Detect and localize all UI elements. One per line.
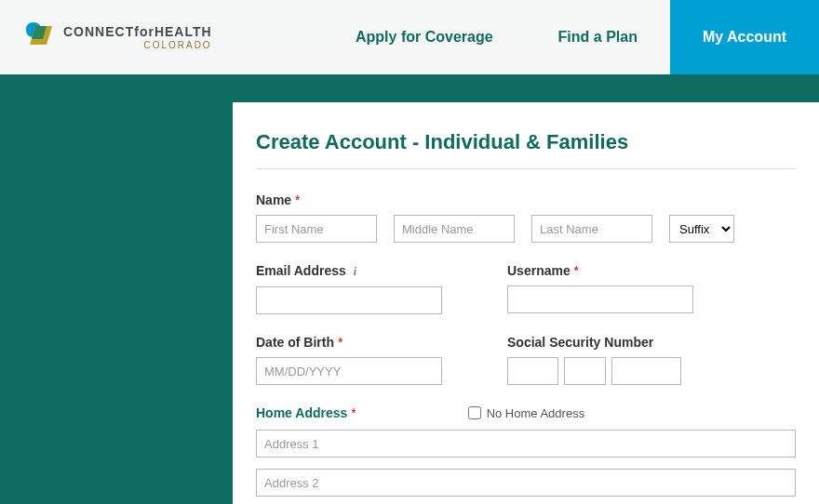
required-mark: *: [338, 335, 342, 350]
page-title: Create Account - Individual & Families: [256, 130, 796, 154]
required-mark: *: [295, 192, 300, 207]
ssn-input-3[interactable]: [611, 357, 681, 385]
ssn-label: Social Security Number: [507, 335, 681, 350]
nav-apply-coverage[interactable]: Apply for Coverage: [323, 0, 526, 74]
address1-input[interactable]: [256, 430, 796, 458]
address2-input[interactable]: [256, 469, 796, 497]
last-name-input[interactable]: [531, 215, 652, 243]
name-section: Name * Suffix: [256, 192, 796, 243]
nav-find-plan[interactable]: Find a Plan: [526, 0, 670, 74]
main-area: Create Account - Individual & Families N…: [0, 102, 819, 504]
first-name-input[interactable]: [256, 215, 377, 243]
home-address-label: Home Address *: [256, 405, 356, 420]
ssn-input-1[interactable]: [507, 357, 558, 385]
teal-bar: [0, 74, 819, 102]
suffix-select[interactable]: Suffix: [669, 215, 734, 243]
dob-input[interactable]: [256, 357, 442, 385]
dob-ssn-row: Date of Birth * Social Security Number: [256, 335, 796, 385]
email-username-row: Email Address i Username *: [256, 263, 796, 314]
logo-sub-text: COLORADO: [63, 41, 212, 50]
username-group: Username *: [507, 263, 693, 314]
logo-connect-text: CONNECT: [63, 24, 134, 39]
logo-for-text: for: [134, 24, 154, 39]
nav-my-account[interactable]: My Account: [670, 0, 819, 74]
required-mark: *: [574, 263, 579, 278]
home-address-header: Home Address * No Home Address: [256, 405, 796, 420]
ssn-input-2[interactable]: [564, 357, 606, 385]
username-label: Username *: [507, 263, 693, 278]
header: CONNECTforHEALTH COLORADO Apply for Cove…: [0, 0, 819, 74]
logo-icon: [19, 19, 56, 56]
info-icon[interactable]: i: [354, 265, 356, 278]
divider: [256, 168, 796, 169]
no-home-address-wrap[interactable]: No Home Address: [468, 406, 585, 420]
no-home-address-checkbox[interactable]: [468, 406, 481, 419]
email-group: Email Address i: [256, 263, 442, 314]
username-input[interactable]: [507, 285, 693, 313]
logo-text: CONNECTforHEALTH COLORADO: [63, 24, 212, 50]
logo-health-text: HEALTH: [154, 24, 212, 39]
no-home-address-label: No Home Address: [487, 406, 585, 420]
sidebar: [0, 102, 233, 504]
middle-name-input[interactable]: [394, 215, 515, 243]
email-label: Email Address i: [256, 263, 442, 279]
dob-group: Date of Birth *: [256, 335, 442, 385]
ssn-group: Social Security Number: [507, 335, 681, 385]
name-label: Name *: [256, 192, 796, 207]
required-mark: *: [351, 405, 356, 420]
dob-label: Date of Birth *: [256, 335, 442, 350]
logo[interactable]: CONNECTforHEALTH COLORADO: [19, 19, 212, 56]
email-input[interactable]: [256, 286, 442, 314]
content: Create Account - Individual & Families N…: [233, 102, 819, 504]
logo-area: CONNECTforHEALTH COLORADO: [0, 0, 231, 74]
main-nav: Apply for Coverage Find a Plan My Accoun…: [323, 0, 819, 74]
